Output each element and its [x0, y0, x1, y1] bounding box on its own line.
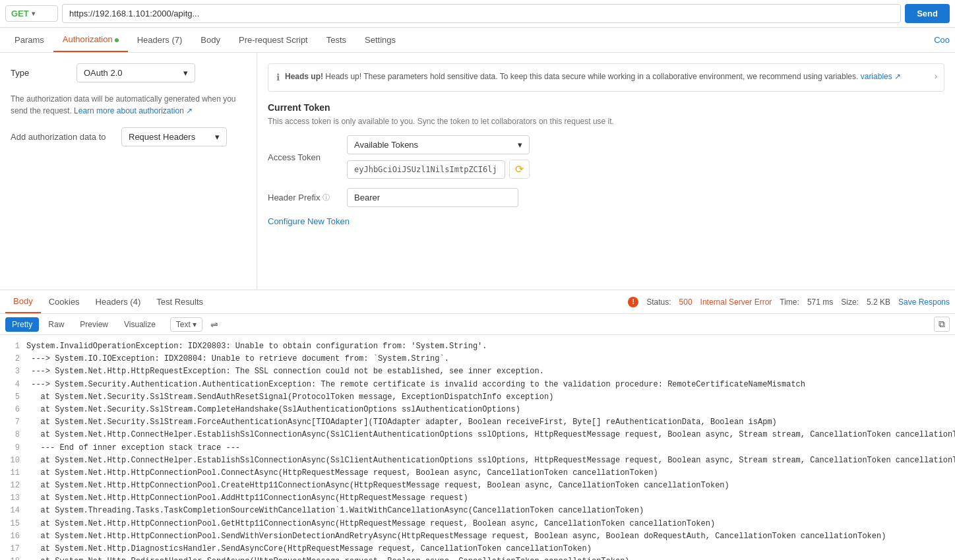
header-prefix-row: Header Prefix ⓘ	[268, 188, 944, 207]
format-preview[interactable]: Preview	[73, 317, 115, 332]
response-tab-cookies[interactable]: Cookies	[41, 291, 88, 313]
request-tabs: Params Authorization Headers (7) Body Pr…	[0, 28, 955, 53]
tab-tests[interactable]: Tests	[317, 28, 355, 51]
auth-left-panel: Type OAuth 2.0 The authorization data wi…	[0, 53, 257, 290]
response-tabs: Body Cookies Headers (4) Test Results ! …	[0, 290, 955, 314]
tab-params[interactable]: Params	[5, 28, 53, 51]
current-token-title: Current Token	[268, 102, 944, 113]
token-input-row: ⟳	[347, 160, 530, 179]
code-area: 1234567891011121314151617181920 System.I…	[0, 335, 955, 560]
token-input[interactable]	[347, 160, 505, 179]
send-button[interactable]: Send	[905, 4, 950, 23]
add-auth-chevron-icon	[215, 132, 220, 142]
expand-icon[interactable]: ›	[935, 71, 937, 82]
type-dropdown[interactable]: OAuth 2.0	[77, 63, 195, 82]
current-token-section: Current Token This access token is only …	[268, 102, 944, 226]
status-prefix: Status:	[646, 297, 671, 307]
cookies-link[interactable]: Coo	[934, 28, 950, 51]
text-format-chevron-icon	[193, 320, 197, 329]
method-label: GET	[11, 9, 29, 18]
tab-authorization[interactable]: Authorization	[53, 28, 128, 52]
status-bar: ! Status: 500 Internal Server Error Time…	[628, 297, 950, 307]
wrap-icon[interactable]: ⇌	[210, 319, 218, 330]
type-label: Type	[11, 68, 63, 78]
response-section: Body Cookies Headers (4) Test Results ! …	[0, 290, 955, 560]
access-token-row: Access Token Available Tokens ⟳	[268, 135, 944, 179]
save-response-link[interactable]: Save Respons	[898, 297, 950, 307]
access-token-label: Access Token	[268, 152, 347, 162]
token-refresh-icon[interactable]: ⟳	[509, 160, 530, 179]
alert-text: Heads up! Heads up! These parameters hol…	[285, 71, 901, 82]
available-tokens-label: Available Tokens	[354, 140, 418, 150]
header-prefix-input[interactable]	[347, 188, 518, 207]
method-chevron-icon	[32, 10, 35, 17]
available-tokens-dropdown[interactable]: Available Tokens	[347, 135, 530, 154]
variables-link[interactable]: variables ↗	[861, 72, 901, 81]
time-value: 571 ms	[807, 297, 833, 307]
line-numbers: 1234567891011121314151617181920	[0, 335, 24, 560]
response-tab-headers[interactable]: Headers (4)	[88, 291, 149, 313]
info-icon: ℹ	[276, 71, 280, 84]
header-prefix-label: Header Prefix ⓘ	[268, 193, 347, 202]
code-content[interactable]: System.InvalidOperationException: IDX208…	[24, 335, 955, 560]
time-label: Time:	[780, 297, 799, 307]
copy-icon[interactable]: ⧉	[934, 317, 950, 332]
header-prefix-info-icon: ⓘ	[323, 193, 330, 202]
size-value: 5.2 KB	[867, 297, 890, 307]
format-visualize[interactable]: Visualize	[117, 317, 162, 332]
auth-info-text: The authorization data will be automatic…	[11, 93, 246, 117]
status-code: 500	[679, 297, 693, 307]
type-chevron-icon	[183, 68, 188, 78]
add-auth-label: Add authorization data to	[11, 132, 116, 142]
tab-settings[interactable]: Settings	[355, 28, 405, 51]
text-format-dropdown[interactable]: Text	[170, 317, 202, 332]
current-token-desc: This access token is only available to y…	[268, 117, 944, 126]
method-dropdown[interactable]: GET	[5, 5, 58, 22]
learn-more-link[interactable]: Learn more about authorization ↗	[74, 106, 193, 115]
format-bar: Pretty Raw Preview Visualize Text ⇌ ⧉	[0, 314, 955, 335]
type-value: OAuth 2.0	[84, 68, 123, 78]
format-raw[interactable]: Raw	[42, 317, 71, 332]
tokens-chevron-icon	[518, 140, 522, 150]
format-pretty[interactable]: Pretty	[5, 317, 39, 332]
add-auth-dropdown[interactable]: Request Headers	[121, 127, 227, 146]
error-icon: !	[628, 297, 638, 307]
tab-headers[interactable]: Headers (7)	[128, 28, 192, 51]
response-tab-body[interactable]: Body	[5, 290, 41, 313]
add-auth-value: Request Headers	[129, 132, 195, 142]
status-text: Internal Server Error	[700, 297, 772, 307]
alert-box: ℹ Heads up! Heads up! These parameters h…	[268, 63, 944, 92]
tab-pre-request[interactable]: Pre-request Script	[230, 28, 317, 51]
auth-right-panel: ℹ Heads up! Heads up! These parameters h…	[257, 53, 955, 290]
top-bar: GET Send	[0, 0, 955, 28]
size-label: Size:	[841, 297, 859, 307]
url-input[interactable]	[62, 4, 901, 23]
configure-token-link[interactable]: Configure New Token	[268, 216, 350, 226]
authorization-dot	[115, 38, 119, 42]
tab-body[interactable]: Body	[191, 28, 230, 51]
response-tab-test-results[interactable]: Test Results	[148, 291, 211, 313]
